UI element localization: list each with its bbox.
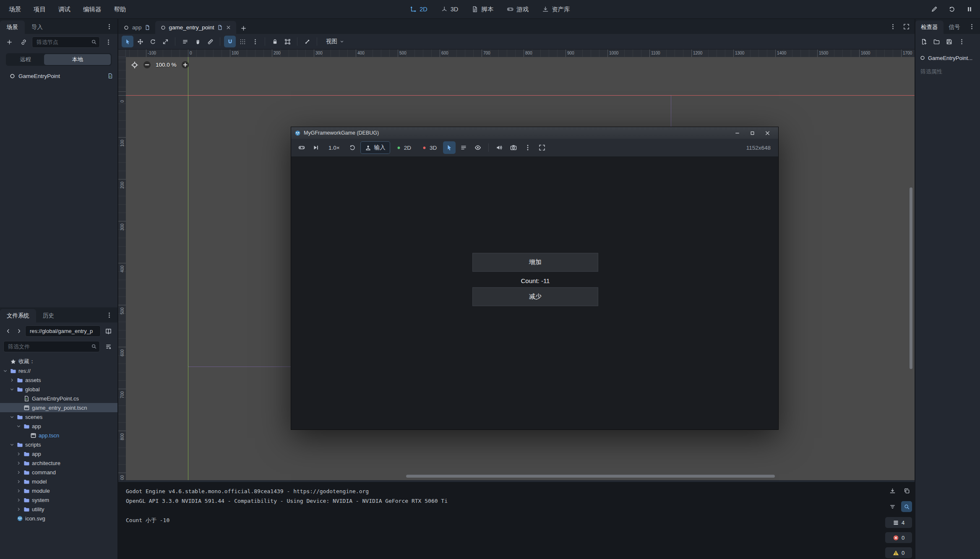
camera-override-2d[interactable]: 2D bbox=[392, 141, 416, 154]
scene-tab-game-entry-point[interactable]: game_entry_point bbox=[155, 21, 236, 34]
workspace-3d[interactable]: 3D bbox=[441, 6, 459, 13]
expander-icon[interactable] bbox=[9, 414, 15, 420]
warnings-badge[interactable]: 0 bbox=[885, 547, 912, 558]
file-tree-item[interactable]: res:// bbox=[0, 366, 117, 375]
embed-game-button[interactable] bbox=[295, 141, 308, 154]
file-tree-item[interactable]: assets bbox=[0, 375, 117, 385]
file-tree-item[interactable]: app bbox=[0, 449, 117, 458]
visibility-button[interactable] bbox=[472, 141, 484, 154]
view-menu[interactable]: 视图 bbox=[326, 38, 344, 45]
file-tree-item[interactable]: app.tscn bbox=[0, 431, 117, 440]
zoom-in-button[interactable] bbox=[181, 60, 190, 69]
split-view-button[interactable] bbox=[102, 325, 114, 337]
menu-editor[interactable]: 编辑器 bbox=[77, 0, 108, 18]
file-tree-item[interactable]: utility bbox=[0, 504, 117, 514]
close-button[interactable] bbox=[760, 127, 775, 139]
remote-tab[interactable]: 远程 bbox=[7, 54, 44, 65]
filter-log-button[interactable] bbox=[887, 501, 898, 512]
pan-tool-button[interactable] bbox=[192, 36, 203, 47]
workspace-assetlib[interactable]: 资产库 bbox=[542, 5, 570, 13]
filter-nodes-input[interactable] bbox=[32, 36, 100, 48]
editor-tool-button[interactable] bbox=[927, 3, 941, 16]
filter-files-input[interactable] bbox=[3, 341, 100, 352]
mute-audio-button[interactable] bbox=[493, 141, 506, 154]
distraction-free-button[interactable] bbox=[900, 21, 912, 32]
new-scene-tab-button[interactable] bbox=[238, 22, 250, 34]
menu-debug[interactable]: 调试 bbox=[52, 0, 77, 18]
tab-scene[interactable]: 场景 bbox=[0, 21, 25, 34]
menu-project[interactable]: 项目 bbox=[27, 0, 52, 18]
snap-options-button[interactable] bbox=[249, 36, 261, 47]
horizontal-scrollbar[interactable] bbox=[406, 475, 775, 478]
filter-properties-field[interactable]: 筛选属性 bbox=[915, 66, 980, 78]
search-log-button[interactable] bbox=[901, 501, 912, 512]
zoom-out-button[interactable] bbox=[143, 60, 151, 69]
file-tree-item[interactable]: game_entry_point.tscn bbox=[0, 403, 117, 412]
add-node-button[interactable] bbox=[3, 36, 15, 48]
workspace-script[interactable]: 脚本 bbox=[472, 5, 493, 13]
file-tree-item[interactable]: model bbox=[0, 477, 117, 486]
back-button[interactable] bbox=[3, 325, 13, 337]
forward-button[interactable] bbox=[14, 325, 23, 337]
game-debug-window[interactable]: MyGFrameworkGame (DEBUG) 1.0× 输入 2D bbox=[291, 127, 779, 430]
file-tree-item[interactable]: app bbox=[0, 421, 117, 431]
maximize-button[interactable] bbox=[745, 127, 760, 139]
list-select-tool-button[interactable] bbox=[179, 36, 191, 47]
workspace-game[interactable]: 游戏 bbox=[507, 5, 529, 13]
input-mode-toggle[interactable]: 输入 bbox=[360, 141, 390, 154]
expander-icon[interactable] bbox=[16, 507, 21, 512]
expander-icon[interactable] bbox=[16, 497, 21, 503]
scene-dock-menu-button[interactable] bbox=[103, 21, 115, 32]
filesystem-dock-menu-button[interactable] bbox=[103, 309, 115, 321]
decrease-button[interactable]: 减少 bbox=[472, 287, 598, 306]
file-tree-item[interactable]: command bbox=[0, 468, 117, 477]
close-tab-icon[interactable] bbox=[226, 25, 231, 30]
new-resource-button[interactable] bbox=[918, 36, 930, 47]
scene-tree-root-node[interactable]: GameEntryPoint # bbox=[0, 69, 117, 83]
screenshot-button[interactable] bbox=[507, 141, 520, 154]
move-tool-button[interactable] bbox=[134, 36, 146, 47]
game-fullscreen-button[interactable] bbox=[536, 141, 548, 154]
file-tree-item[interactable]: #GameEntryPoint.cs bbox=[0, 394, 117, 403]
speed-selector[interactable]: 1.0× bbox=[324, 141, 344, 154]
select-list-button[interactable] bbox=[457, 141, 470, 154]
file-tree-item[interactable]: 收藏： bbox=[0, 357, 117, 366]
expander-icon[interactable] bbox=[16, 460, 21, 466]
game-window-titlebar[interactable]: MyGFrameworkGame (DEBUG) bbox=[291, 127, 778, 139]
copy-log-button[interactable] bbox=[901, 485, 912, 496]
scene-tree-menu-button[interactable] bbox=[102, 36, 114, 48]
zoom-level[interactable]: 100.0 % bbox=[156, 62, 177, 68]
tab-history[interactable]: 历史 bbox=[36, 309, 61, 322]
save-log-button[interactable] bbox=[887, 485, 898, 496]
tab-filesystem[interactable]: 文件系统 bbox=[0, 309, 36, 322]
minimize-button[interactable] bbox=[730, 127, 745, 139]
next-frame-button[interactable] bbox=[310, 141, 322, 154]
tab-inspector[interactable]: 检查器 bbox=[915, 21, 944, 34]
tab-import[interactable]: 导入 bbox=[25, 21, 50, 34]
expander-icon[interactable] bbox=[9, 442, 15, 447]
expander-icon[interactable] bbox=[16, 488, 21, 494]
reset-speed-button[interactable] bbox=[346, 141, 359, 154]
pause-button[interactable] bbox=[962, 3, 977, 16]
smart-snap-button[interactable] bbox=[224, 36, 236, 47]
inspected-node-row[interactable]: GameEntryPoint... bbox=[915, 52, 980, 64]
inspector-extra-menu-button[interactable] bbox=[956, 36, 967, 47]
workspace-2d[interactable]: 2D bbox=[410, 6, 427, 13]
scene-tabs-menu-button[interactable] bbox=[887, 21, 899, 32]
select-tool-button[interactable] bbox=[122, 36, 133, 47]
expander-icon[interactable] bbox=[16, 479, 21, 484]
file-tree-item[interactable]: module bbox=[0, 486, 117, 495]
group-object-button[interactable] bbox=[281, 36, 293, 47]
ruler-tool-button[interactable] bbox=[204, 36, 216, 47]
save-resource-button[interactable] bbox=[943, 36, 955, 47]
expander-icon[interactable] bbox=[16, 424, 21, 429]
increase-button[interactable]: 增加 bbox=[472, 253, 598, 272]
game-extra-menu-button[interactable] bbox=[521, 141, 534, 154]
errors-badge[interactable]: 0 bbox=[885, 532, 912, 543]
load-resource-button[interactable] bbox=[930, 36, 942, 47]
attached-script-icon[interactable]: # bbox=[107, 73, 113, 79]
file-tree-item[interactable]: global bbox=[0, 385, 117, 394]
file-tree-item[interactable]: icon.svg bbox=[0, 514, 117, 523]
stack-frames-badge[interactable]: 4 bbox=[885, 517, 912, 528]
sort-files-button[interactable] bbox=[102, 341, 114, 352]
